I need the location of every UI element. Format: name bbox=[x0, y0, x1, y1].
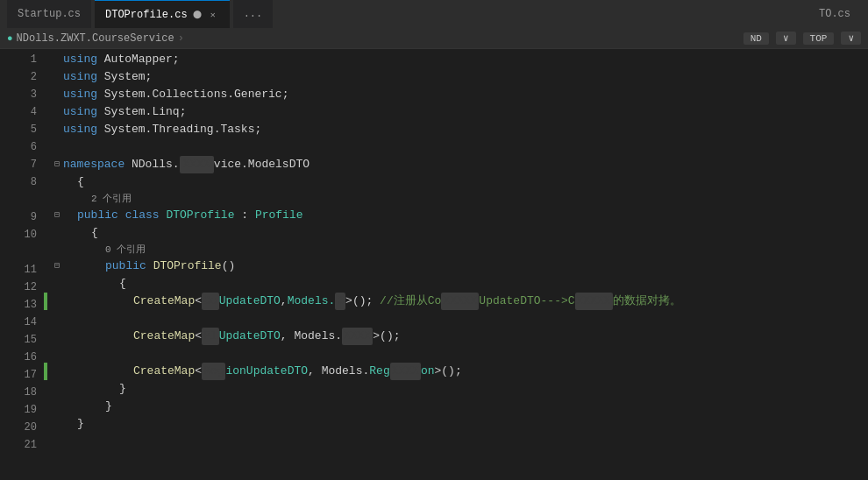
token-blurred-ns: XXXX bbox=[180, 156, 214, 173]
code-line-14 bbox=[44, 310, 868, 328]
token-public-11: public bbox=[105, 258, 146, 275]
token-using-2: using bbox=[63, 68, 97, 86]
line-num-10: 10 bbox=[25, 226, 37, 244]
code-line-18: } bbox=[44, 380, 868, 398]
token-space-9b bbox=[160, 207, 167, 224]
token-colon-9: : bbox=[234, 207, 254, 224]
editor: 1 2 3 4 5 6 7 8 9 10 11 12 13 14 15 16 1… bbox=[0, 49, 868, 480]
token-blurred-co: Co bbox=[202, 293, 219, 310]
code-line-10: { bbox=[44, 224, 868, 242]
line-num-3: 3 bbox=[31, 86, 37, 103]
breadcrumb-separator: › bbox=[178, 32, 184, 45]
breadcrumb-nd[interactable]: ND bbox=[743, 32, 769, 45]
breadcrumb-bar: ● NDolls.ZWXT.CourseService › ND ∨ TOP ∨ bbox=[0, 28, 868, 49]
token-namespace: namespace bbox=[63, 156, 125, 173]
code-line-12: { bbox=[44, 275, 868, 293]
token-text-5: System.Threading.Tasks; bbox=[97, 121, 261, 138]
token-dtoprofile-name: DTOProfile bbox=[166, 207, 234, 224]
scrollbar-area bbox=[44, 450, 868, 461]
token-blurred-pl2: XXXX bbox=[342, 328, 373, 345]
title-bar-right: TO.cs bbox=[808, 0, 861, 28]
code-line-21 bbox=[44, 433, 868, 450]
file-icon: ● bbox=[7, 33, 13, 44]
tab-close-button[interactable]: ✕ bbox=[207, 9, 219, 21]
token-comma-13: , bbox=[281, 293, 288, 310]
line-num-11: 11 bbox=[25, 261, 37, 279]
token-brace-ns-close: } bbox=[77, 415, 84, 433]
token-lt-17: < bbox=[195, 363, 202, 380]
token-end-15: >(); bbox=[373, 328, 400, 345]
code-line-13: CreateMap < Co UpdateDTO , Models. C >()… bbox=[44, 293, 868, 310]
collapse-class[interactable]: ⊟ bbox=[51, 209, 63, 222]
code-line-7: ⊟ namespace NDolls. XXXX vice.ModelsDTO bbox=[44, 156, 868, 173]
token-ns-name: NDolls. bbox=[125, 156, 179, 173]
tab-startup-label: Startup.cs bbox=[18, 8, 81, 20]
code-line-20: } bbox=[44, 415, 868, 433]
token-updateDTO-13: UpdateDTO bbox=[219, 293, 281, 310]
token-brace-ctor-close: } bbox=[119, 380, 126, 398]
line-num-15: 15 bbox=[25, 331, 37, 349]
token-public-9: public bbox=[77, 207, 118, 224]
tab-startup[interactable]: Startup.cs bbox=[7, 0, 91, 28]
collapse-namespace[interactable]: ⊟ bbox=[51, 159, 63, 171]
diff-marker-13 bbox=[44, 293, 47, 310]
code-line-6 bbox=[44, 138, 868, 156]
code-line-8: { bbox=[44, 173, 868, 191]
token-ns-suffix: vice.ModelsDTO bbox=[214, 156, 309, 173]
token-comment-13c: 的数据对拷。 bbox=[613, 293, 681, 310]
token-ctor-name: DTOProfile bbox=[153, 258, 222, 275]
tab-ellipsis[interactable]: ... bbox=[233, 0, 274, 28]
token-using-3: using bbox=[63, 86, 97, 103]
token-lt-13: < bbox=[195, 293, 202, 310]
token-blurred-pl: Pl bbox=[202, 328, 219, 345]
code-line-2: using System; bbox=[44, 68, 868, 86]
breadcrumb-dropdown: ND ∨ TOP ∨ bbox=[743, 32, 861, 45]
line-num-13: 13 bbox=[25, 296, 37, 314]
line-num-7: 7 bbox=[31, 156, 37, 173]
token-text-1: AutoMapper; bbox=[97, 51, 180, 68]
token-blurred-reg2: XXXX bbox=[390, 363, 421, 380]
code-line-5: using System.Threading.Tasks; bbox=[44, 121, 868, 138]
breadcrumb-top[interactable]: TOP bbox=[803, 32, 835, 45]
tab-dtoprofile-label: DTOProfile.cs bbox=[105, 9, 188, 21]
line-num-4: 4 bbox=[31, 103, 37, 121]
tab-ellipsis-label: ... bbox=[244, 8, 263, 20]
token-ctor-parens: () bbox=[222, 258, 236, 275]
token-profile-base: Profile bbox=[255, 207, 303, 224]
collapse-ctor[interactable]: ⊟ bbox=[51, 260, 63, 272]
token-space-11 bbox=[146, 258, 153, 275]
token-createmap-13: CreateMap bbox=[133, 293, 195, 310]
code-area[interactable]: using AutoMapper; using System; using Sy… bbox=[44, 49, 868, 480]
token-models-15: , Models. bbox=[281, 328, 342, 345]
token-reg-17: Reg bbox=[369, 363, 389, 380]
tab-to[interactable]: TO.cs bbox=[808, 0, 861, 28]
token-ion-updateDTO-17: ionUpdateDTO bbox=[225, 363, 308, 380]
code-line-19: } bbox=[44, 398, 868, 415]
token-createmap-15: CreateMap bbox=[133, 328, 195, 345]
breadcrumb-caret2: ∨ bbox=[841, 32, 861, 45]
line-num-2: 2 bbox=[31, 68, 37, 86]
code-line-16 bbox=[44, 345, 868, 363]
token-brace-ctor-open: { bbox=[119, 275, 126, 293]
token-using-5: using bbox=[63, 121, 97, 138]
tab-to-label: TO.cs bbox=[819, 8, 850, 20]
token-using-4: using bbox=[63, 103, 97, 121]
breadcrumb-caret: ∨ bbox=[776, 32, 796, 45]
line-num-21: 21 bbox=[25, 436, 37, 454]
token-models-17: , Models. bbox=[308, 363, 369, 380]
tab-dtoprofile[interactable]: DTOProfile.cs ⬤ ✕ bbox=[95, 0, 230, 28]
breadcrumb-path: NDolls.ZWXT.CourseService bbox=[17, 32, 174, 45]
token-text-2: System; bbox=[97, 68, 152, 86]
token-using-1: using bbox=[63, 51, 97, 68]
line-num-16: 16 bbox=[25, 349, 37, 366]
line-num-8: 8 bbox=[31, 173, 37, 191]
code-line-ref2: 0 个引用 bbox=[44, 242, 868, 258]
token-comment-13b: UpdateDTO--->C bbox=[479, 293, 574, 310]
code-line-4: using System.Linq; bbox=[44, 103, 868, 121]
line-num-9: 9 bbox=[31, 208, 37, 226]
line-num-19: 19 bbox=[25, 401, 37, 419]
ref-count-1: 2 个引用 bbox=[91, 190, 132, 208]
token-gt-13: >(); bbox=[345, 293, 373, 310]
token-space-9a bbox=[118, 207, 125, 224]
code-line-ref1: 2 个引用 bbox=[44, 191, 868, 207]
